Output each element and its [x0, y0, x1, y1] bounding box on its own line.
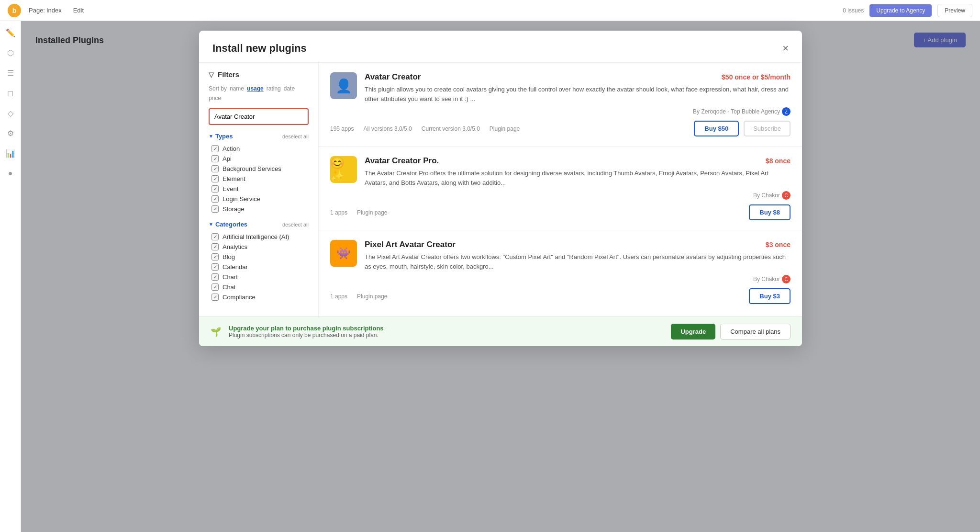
sort-rating[interactable]: rating: [267, 85, 281, 92]
type-action-checkbox[interactable]: [212, 145, 219, 152]
sort-price[interactable]: price: [209, 95, 221, 102]
cat-blog-checkbox[interactable]: [212, 253, 219, 260]
cat-ai-label: Artificial Intelligence (AI): [223, 233, 289, 240]
footer-text-block: Upgrade your plan to purchase plugin sub…: [229, 325, 384, 339]
filter-cat-chart[interactable]: Chart: [209, 272, 309, 282]
plugin-actions-2: Buy $8: [749, 204, 791, 220]
buy-button-3[interactable]: Buy $3: [749, 288, 791, 304]
plugin-info-2: Avatar Creator Pro. $8 once The Avatar C…: [365, 156, 791, 200]
filter-type-login[interactable]: Login Service: [209, 194, 309, 204]
footer-main-text: Upgrade your plan to purchase plugin sub…: [229, 325, 384, 332]
plugin-name-3: Pixel Art Avatar Creator: [365, 240, 456, 249]
footer-upgrade-button[interactable]: Upgrade: [671, 324, 715, 340]
cat-blog-label: Blog: [223, 253, 235, 260]
preview-button[interactable]: Preview: [937, 4, 972, 17]
buy-button-1[interactable]: Buy $50: [694, 121, 739, 136]
type-element-label: Element: [223, 175, 245, 182]
filter-cat-chat[interactable]: Chat: [209, 282, 309, 292]
sidebar-dot-icon[interactable]: ●: [5, 168, 16, 179]
author-badge-2: C: [782, 191, 791, 200]
categories-section: ▼ Categories deselect all Artificial Int…: [209, 221, 309, 302]
modal-title: Install new plugins: [212, 42, 307, 55]
types-section-title[interactable]: ▼ Types: [209, 133, 233, 140]
subscribe-button-1[interactable]: Subscribe: [744, 121, 791, 136]
author-badge-1: Z: [782, 107, 791, 116]
cat-chart-checkbox[interactable]: [212, 273, 219, 281]
filter-type-background[interactable]: Background Services: [209, 164, 309, 174]
plugin-name-row-3: Pixel Art Avatar Creator $3 once: [365, 240, 791, 249]
filter-panel: ▽ Filters Sort by name usage rating date…: [199, 63, 319, 317]
sidebar-design-icon[interactable]: ⬡: [5, 47, 16, 58]
type-api-label: Api: [223, 155, 232, 162]
filter-type-storage[interactable]: Storage: [209, 204, 309, 214]
type-element-checkbox[interactable]: [212, 175, 219, 182]
cat-calendar-checkbox[interactable]: [212, 263, 219, 271]
type-login-checkbox[interactable]: [212, 195, 219, 203]
sort-row: Sort by name usage rating date price: [209, 85, 309, 102]
sidebar-element-icon[interactable]: ◻: [5, 87, 16, 99]
filter-title: Filters: [218, 70, 239, 79]
categories-section-title[interactable]: ▼ Categories: [209, 221, 247, 228]
type-background-label: Background Services: [223, 165, 281, 172]
cat-analytics-checkbox[interactable]: [212, 243, 219, 250]
sidebar-edit-icon[interactable]: ✏️: [5, 27, 16, 38]
categories-deselect-all[interactable]: deselect all: [282, 222, 309, 227]
footer-compare-button[interactable]: Compare all plans: [720, 324, 791, 340]
types-deselect-all[interactable]: deselect all: [282, 134, 309, 139]
type-action-label: Action: [223, 145, 240, 152]
cat-compliance-checkbox[interactable]: [212, 294, 219, 301]
sort-name[interactable]: name: [230, 85, 244, 92]
sort-usage[interactable]: usage: [247, 85, 264, 92]
sidebar-settings-icon[interactable]: ⚙: [5, 127, 16, 139]
plugin-name-row-2: Avatar Creator Pro. $8 once: [365, 156, 791, 166]
filter-type-element[interactable]: Element: [209, 174, 309, 184]
sidebar-chart-icon[interactable]: 📊: [5, 147, 16, 159]
modal-overlay: Install new plugins × ▽ Filters Sort by …: [21, 21, 980, 532]
filter-type-event[interactable]: Event: [209, 184, 309, 194]
left-sidebar: ✏️ ⬡ ☰ ◻ ◇ ⚙ 📊 ●: [0, 21, 21, 532]
edit-label[interactable]: Edit: [73, 7, 84, 14]
plugin-search-input[interactable]: [209, 108, 309, 125]
cat-ai-checkbox[interactable]: [212, 233, 219, 240]
plugin-page-link-3[interactable]: Plugin page: [357, 293, 387, 300]
page-label: Page: index: [29, 7, 62, 14]
sort-date[interactable]: date: [284, 85, 295, 92]
types-title-row: ▼ Types deselect all: [209, 133, 309, 140]
modal-body: ▽ Filters Sort by name usage rating date…: [199, 63, 802, 317]
type-storage-label: Storage: [223, 205, 245, 213]
install-plugins-modal: Install new plugins × ▽ Filters Sort by …: [199, 31, 802, 346]
sort-label: Sort by: [209, 85, 227, 92]
filter-cat-compliance[interactable]: Compliance: [209, 292, 309, 302]
plugin-desc-2: The Avatar Creator Pro offers the ultima…: [365, 169, 791, 187]
plugin-page-link-1[interactable]: Plugin page: [490, 125, 520, 132]
cat-chat-checkbox[interactable]: [212, 283, 219, 291]
logo: b: [8, 4, 21, 17]
plugin-actions-1: Buy $50 Subscribe: [694, 121, 791, 136]
sidebar-list-icon[interactable]: ☰: [5, 67, 16, 79]
plugin-meta-1: 195 apps All versions 3.0/5.0 Current ve…: [330, 125, 684, 132]
filter-type-action[interactable]: Action: [209, 144, 309, 154]
filter-cat-ai[interactable]: Artificial Intelligence (AI): [209, 232, 309, 242]
type-event-label: Event: [223, 185, 238, 192]
upgrade-agency-button[interactable]: Upgrade to Agency: [869, 4, 932, 17]
modal-close-button[interactable]: ×: [782, 43, 789, 54]
filter-header: ▽ Filters: [209, 70, 309, 79]
plugin-version-all-1: All versions 3.0/5.0: [363, 125, 412, 132]
type-background-checkbox[interactable]: [212, 165, 219, 172]
filter-type-api[interactable]: Api: [209, 154, 309, 164]
filter-cat-calendar[interactable]: Calendar: [209, 262, 309, 272]
type-api-checkbox[interactable]: [212, 155, 219, 162]
plugin-bottom-row-1: 195 apps All versions 3.0/5.0 Current ve…: [330, 121, 791, 136]
type-event-checkbox[interactable]: [212, 185, 219, 192]
type-storage-checkbox[interactable]: [212, 205, 219, 213]
sidebar-shape-icon[interactable]: ◇: [5, 107, 16, 119]
type-login-label: Login Service: [223, 195, 260, 203]
filter-cat-blog[interactable]: Blog: [209, 252, 309, 262]
plugin-desc-3: The Pixel Art Avatar Creator offers two …: [365, 252, 791, 271]
filter-cat-analytics[interactable]: Analytics: [209, 242, 309, 252]
plugin-list: 👤 Avatar Creator $50 once or $5/month Th…: [319, 63, 802, 317]
plugin-author-2: By Chakor C: [365, 191, 791, 200]
buy-button-2[interactable]: Buy $8: [749, 204, 791, 220]
plugin-actions-3: Buy $3: [749, 288, 791, 304]
plugin-page-link-2[interactable]: Plugin page: [357, 209, 387, 216]
